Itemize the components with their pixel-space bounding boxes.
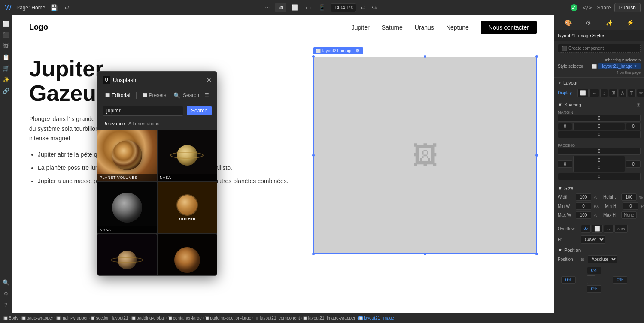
nav-cta-button[interactable]: Nous contacter xyxy=(481,21,537,34)
sidebar-interactions-icon[interactable]: ✨ xyxy=(1,75,11,84)
save-icon[interactable]: 💾 xyxy=(49,3,59,13)
display-grid-btn[interactable]: ⊞ xyxy=(609,89,618,97)
breadcrumb-image-wrapper[interactable]: ⬜ layout21_image-wrapper xyxy=(303,316,355,320)
resize-handle-br[interactable] xyxy=(535,253,538,255)
search-submit-button[interactable]: Search xyxy=(187,106,212,115)
margin-top-input[interactable] xyxy=(558,115,641,122)
grid-item-4[interactable]: JUPITER xyxy=(158,182,217,233)
undo-icon[interactable]: ↩ xyxy=(359,3,368,13)
filter-relevance-btn[interactable]: Relevance xyxy=(103,121,125,126)
display-flex-h-btn[interactable]: ↔ xyxy=(589,89,599,97)
offset-left-input[interactable] xyxy=(561,276,576,284)
webflow-logo-icon[interactable]: W xyxy=(3,3,13,12)
overflow-hidden-btn[interactable]: ⬜ xyxy=(592,225,603,233)
search-input[interactable] xyxy=(103,106,183,116)
layout-section-head[interactable]: ▼ Layout xyxy=(554,78,644,87)
tab-editorial[interactable]: ⬜ Editorial xyxy=(103,91,133,99)
padding-inner-top-input[interactable] xyxy=(574,157,624,163)
styles-panel-icon[interactable]: 🎨 xyxy=(563,18,573,27)
width-input[interactable] xyxy=(576,193,591,201)
sidebar-pages-icon[interactable]: ⬜ xyxy=(1,19,11,28)
overflow-scroll-h-btn[interactable]: ↔ xyxy=(604,225,614,233)
grid-item-6[interactable] xyxy=(158,234,217,275)
display-block-btn[interactable]: ⬜ xyxy=(577,89,589,97)
settings-panel-icon[interactable]: ⚙ xyxy=(584,18,592,27)
filter-orientations-btn[interactable]: All orientations xyxy=(128,121,159,126)
tablet-portrait-btn[interactable]: ▭ xyxy=(303,3,313,12)
padding-bottom-input[interactable] xyxy=(558,173,641,180)
nav-link-jupiter[interactable]: Jupiter xyxy=(352,24,370,31)
nav-link-neptune[interactable]: Neptune xyxy=(446,24,469,31)
image-settings-button[interactable]: ⚙ xyxy=(355,48,361,54)
breadcrumb-layout-component[interactable]: layout21_component xyxy=(255,316,300,320)
nav-link-saturne[interactable]: Saturne xyxy=(382,24,403,31)
padding-inner-bottom-input[interactable] xyxy=(574,164,624,171)
offset-top-input[interactable] xyxy=(587,267,601,274)
resize-handle-mr[interactable] xyxy=(535,154,538,157)
margin-center-input[interactable] xyxy=(573,123,625,130)
min-h-input[interactable] xyxy=(623,202,638,210)
breadcrumb-body[interactable]: ⬜ Body xyxy=(3,316,18,320)
display-none-btn[interactable]: A xyxy=(619,89,627,97)
offset-right-input[interactable] xyxy=(613,276,627,284)
position-section-head[interactable]: ▼ Position xyxy=(558,248,641,253)
tablet-landscape-btn[interactable]: ⬜ xyxy=(289,3,301,12)
code-editor-icon[interactable]: </> xyxy=(581,3,594,12)
overflow-auto-btn[interactable]: Auto xyxy=(614,225,628,233)
create-component-button[interactable]: ⬛ Create component xyxy=(558,44,641,53)
image-wrapper-area[interactable]: ⬜ layout21_image ⚙ 🖼 xyxy=(313,57,537,254)
resize-handle-tm[interactable] xyxy=(424,55,426,58)
breadcrumb-main-wrapper[interactable]: ⬜ main-wrapper xyxy=(56,316,88,320)
share-button[interactable]: Share xyxy=(597,5,611,11)
min-w-input[interactable] xyxy=(576,202,591,210)
position-type-select[interactable]: Absolute xyxy=(588,255,617,263)
desktop-device-btn[interactable]: 🖥 xyxy=(275,3,286,12)
offset-bottom-input[interactable] xyxy=(587,285,601,293)
breadcrumb-page-wrapper[interactable]: ⬜ page-wrapper xyxy=(21,316,53,320)
padding-right-input[interactable] xyxy=(626,160,641,168)
resize-handle-bm[interactable] xyxy=(424,253,426,255)
margin-bottom-input[interactable] xyxy=(558,131,641,138)
spacing-section-title[interactable]: ▼ Spacing xyxy=(558,102,581,107)
custom-code-panel-icon[interactable]: ⚡ xyxy=(625,18,635,27)
display-text-btn[interactable]: T xyxy=(628,89,636,97)
resize-handle-bl[interactable] xyxy=(312,253,315,255)
more-options-icon[interactable]: ⋯ xyxy=(263,3,273,13)
breadcrumb-layout21-image[interactable]: ⬜ layout21_image xyxy=(358,316,394,320)
resize-handle-tl[interactable] xyxy=(312,55,315,58)
publish-button[interactable]: Publish xyxy=(614,3,641,12)
sidebar-assets-icon[interactable]: 🖼 xyxy=(1,41,11,51)
breadcrumb-section-layout[interactable]: ⬜ section_layout21 xyxy=(91,316,128,320)
height-input[interactable] xyxy=(621,193,637,201)
grid-item-5[interactable]: SIMON LEE xyxy=(97,234,157,275)
breadcrumb-padding-section[interactable]: ⬜ padding-section-large xyxy=(205,316,251,320)
spacing-expand-icon[interactable]: ⊞ xyxy=(636,102,641,108)
modal-close-button[interactable]: ✕ xyxy=(206,76,212,84)
padding-left-input[interactable] xyxy=(558,160,572,168)
redo-icon[interactable]: ↪ xyxy=(370,3,379,13)
image-placeholder[interactable]: 🖼 xyxy=(313,57,537,254)
nav-link-uranus[interactable]: Uranus xyxy=(415,24,434,31)
breadcrumb-padding-global[interactable]: ⬜ padding-global xyxy=(131,316,165,320)
breadcrumb-container-large[interactable]: ⬜ container-large xyxy=(168,316,202,320)
margin-right-input[interactable] xyxy=(626,123,641,130)
fit-select[interactable]: Cover xyxy=(581,235,605,244)
class-name-badge[interactable]: layout21_image ▼ xyxy=(598,63,641,69)
history-icon[interactable]: ↩ xyxy=(63,3,71,13)
grid-item-3[interactable]: NASA xyxy=(97,182,157,233)
display-flex-v-btn[interactable]: ↕ xyxy=(600,89,608,97)
overflow-visible-btn[interactable]: 👁 xyxy=(581,225,591,233)
padding-top-input[interactable] xyxy=(558,148,641,155)
resize-handle-tr[interactable] xyxy=(535,55,538,58)
sidebar-components-icon[interactable]: ⬛ xyxy=(1,30,11,39)
panel-more-actions-btn[interactable]: ⋯ xyxy=(636,33,641,38)
canvas-area[interactable]: Logo Jupiter Saturne Uranus Neptune Nous… xyxy=(12,15,554,313)
grid-item-2[interactable]: NASA xyxy=(158,130,217,181)
sidebar-settings-icon[interactable]: ⚙ xyxy=(1,289,11,298)
sidebar-logic-icon[interactable]: 🔗 xyxy=(1,86,11,95)
tab-menu[interactable]: ☰ xyxy=(202,91,212,99)
max-w-input[interactable] xyxy=(576,211,591,219)
interactions-panel-icon[interactable]: ✨ xyxy=(604,18,614,27)
sidebar-ecommerce-icon[interactable]: 🛒 xyxy=(1,63,11,73)
sidebar-help-icon[interactable]: ? xyxy=(1,300,11,309)
